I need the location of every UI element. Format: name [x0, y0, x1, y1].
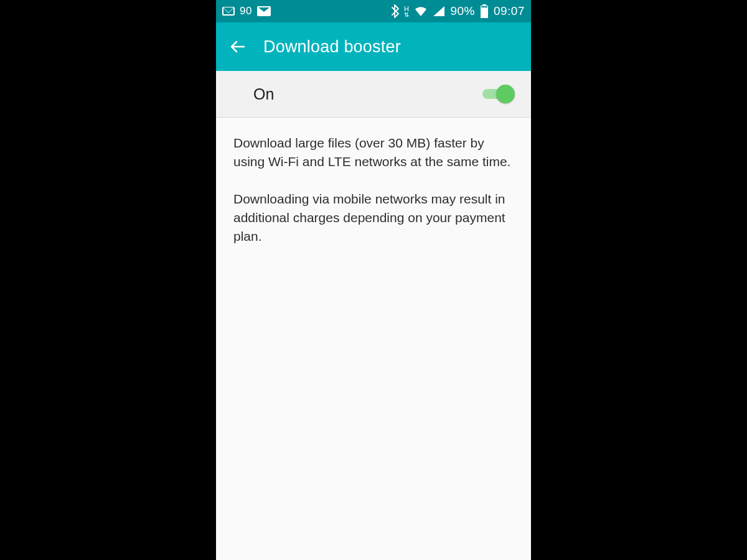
status-left: 90 — [222, 5, 271, 17]
back-button[interactable] — [228, 39, 246, 55]
svg-rect-0 — [482, 4, 486, 6]
notification-count: 90 — [240, 5, 252, 17]
mobile-data-indicator: H ⇅ — [404, 6, 410, 17]
wifi-icon — [414, 6, 428, 17]
battery-icon — [480, 4, 489, 18]
description-paragraph-1: Download large files (over 30 MB) faster… — [233, 134, 514, 171]
bluetooth-icon — [391, 4, 399, 18]
battery-percent: 90% — [450, 4, 475, 18]
status-bar: 90 H ⇅ — [216, 0, 531, 22]
page-title: Download booster — [263, 37, 401, 57]
description-paragraph-2: Downloading via mobile networks may resu… — [233, 190, 514, 246]
status-right: H ⇅ 90% 09:07 — [391, 4, 525, 18]
app-bar: Download booster — [216, 22, 531, 71]
content-area: Download large files (over 30 MB) faster… — [216, 118, 531, 560]
cell-signal-icon — [433, 6, 445, 17]
toggle-switch[interactable] — [481, 85, 515, 103]
gmail-icon — [222, 7, 235, 16]
data-arrows-icon: ⇅ — [404, 12, 410, 17]
toggle-label: On — [253, 85, 481, 103]
message-icon — [257, 6, 271, 16]
phone-screen: 90 H ⇅ — [216, 0, 531, 560]
svg-rect-2 — [481, 6, 487, 7]
arrow-left-icon — [229, 39, 245, 55]
switch-thumb — [496, 85, 515, 103]
clock: 09:07 — [494, 4, 525, 18]
master-toggle-row[interactable]: On — [216, 71, 531, 118]
